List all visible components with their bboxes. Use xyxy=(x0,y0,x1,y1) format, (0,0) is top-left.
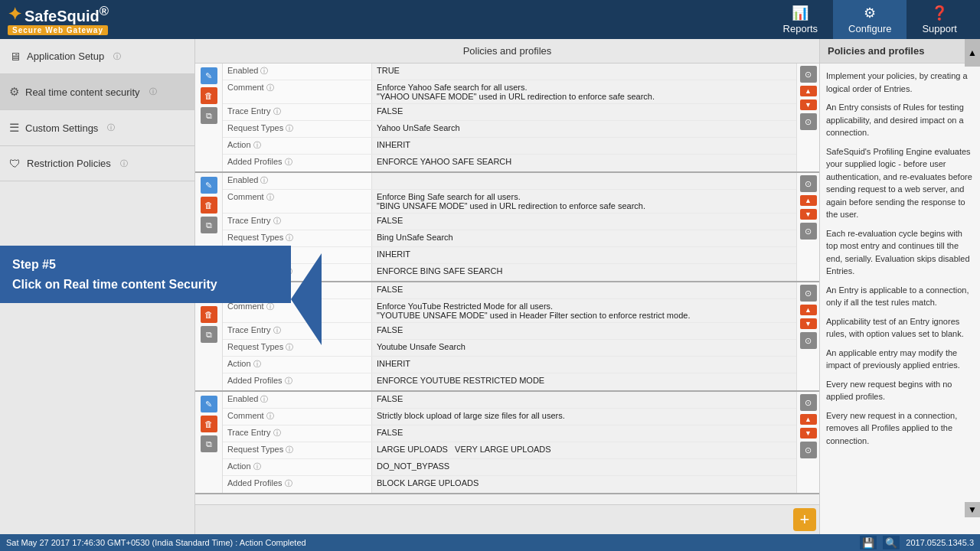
field-label: Action ⓘ xyxy=(223,459,372,475)
info-icon: ⓘ xyxy=(260,395,268,403)
field-value: Enforce YouTube Restricted Mode for all … xyxy=(372,299,796,322)
entry-3-settings-button[interactable]: ⊙ xyxy=(800,285,817,302)
status-right: 💾 🔍 2017.0525.1345.3 xyxy=(860,536,974,549)
application-setup-help-icon: ⓘ xyxy=(113,51,121,62)
policy-1-left-btns: ✎ 🗑 ⧉ xyxy=(195,64,223,171)
step-box: Step #5 Click on Real time content Secur… xyxy=(0,246,291,303)
help-para-2: An Entry consists of Rules for testing a… xyxy=(826,101,974,139)
field-value: INHERIT xyxy=(372,247,796,263)
step-number: Step #5 xyxy=(12,255,279,275)
entry-3-action-button[interactable]: ⊙ xyxy=(800,332,817,349)
logo-name: SafeSquid® xyxy=(24,4,109,25)
entry-1-action-button[interactable]: ⊙ xyxy=(800,113,817,130)
info-icon: ⓘ xyxy=(286,233,293,242)
entry-1-delete-button[interactable]: 🗑 xyxy=(201,87,217,104)
right-panel-content: Implement your policies, by creating a l… xyxy=(820,64,980,534)
main-container: 🖥 Application Setup ⓘ ⚙ Real time conten… xyxy=(0,39,980,534)
info-icon: ⓘ xyxy=(253,360,261,368)
nav-reports[interactable]: 📊 Reports xyxy=(768,0,834,41)
entry-2-scroll-down-button[interactable]: ▼ xyxy=(800,209,817,220)
field-label: Trace Entry ⓘ xyxy=(223,425,372,442)
sidebar-item-label: Restriction Policies xyxy=(27,158,111,169)
entry-1-scroll-down-button[interactable]: ▼ xyxy=(800,99,817,110)
help-para-4: Each re-evaluation cycle begins with top… xyxy=(826,227,974,278)
field-row: Enabled ⓘ TRUE xyxy=(223,64,796,80)
entry-4-delete-button[interactable]: 🗑 xyxy=(201,416,217,432)
entry-2-edit-button[interactable]: ✎ xyxy=(201,177,217,194)
entry-4-settings-button[interactable]: ⊙ xyxy=(800,394,817,411)
sidebar-item-restriction-policies[interactable]: 🛡 Restriction Policies ⓘ xyxy=(0,146,194,181)
right-panel-scroll-down[interactable]: ▼ xyxy=(965,502,980,517)
field-value: Enforce Bing Safe search for all users."… xyxy=(372,190,796,213)
field-row: Trace Entry ⓘ FALSE xyxy=(223,104,796,121)
entry-3-scroll-down-button[interactable]: ▼ xyxy=(800,318,817,329)
policy-entry-4: ✎ 🗑 ⧉ Enabled ⓘ FALSE Comment ⓘ Strictly… xyxy=(195,392,819,494)
field-label: Enabled ⓘ xyxy=(223,173,372,189)
help-para-6: Applicability test of an Entry ignores r… xyxy=(826,315,974,341)
field-row: Added Profiles ⓘ BLOCK LARGE UPLOADS xyxy=(223,476,796,493)
info-icon: ⓘ xyxy=(260,67,268,75)
application-setup-icon: 🖥 xyxy=(9,50,21,63)
nav-configure[interactable]: ⚙ Configure xyxy=(833,0,906,41)
entry-1-edit-button[interactable]: ✎ xyxy=(201,67,217,84)
version-text: 2017.0525.1345.3 xyxy=(906,538,974,547)
field-label: Trace Entry ⓘ xyxy=(223,214,372,230)
header-nav: 📊 Reports ⚙ Configure ❓ Support xyxy=(768,0,972,41)
policy-4-right-btns: ⊙ ▲ ▼ ⊙ xyxy=(796,392,819,493)
field-label: Added Profiles ⓘ xyxy=(223,476,372,493)
search-icon[interactable]: 🔍 xyxy=(883,536,900,549)
sidebar-item-real-time[interactable]: ⚙ Real time content security ⓘ xyxy=(0,74,194,110)
field-value: ENFORCE YAHOO SAFE SEARCH xyxy=(372,155,796,171)
help-para-1: Implement your policies, by creating a l… xyxy=(826,70,974,95)
entry-2-action-button[interactable]: ⊙ xyxy=(800,223,817,240)
sidebar-item-custom-settings[interactable]: ☰ Custom Settings ⓘ xyxy=(0,110,194,146)
policy-4-left-btns: ✎ 🗑 ⧉ xyxy=(195,392,223,493)
entry-2-delete-button[interactable]: 🗑 xyxy=(201,197,217,214)
entry-2-scroll-up-button[interactable]: ▲ xyxy=(800,195,817,206)
info-icon: ⓘ xyxy=(286,124,293,132)
sidebar-item-label: Custom Settings xyxy=(25,122,98,134)
support-icon: ❓ xyxy=(931,5,948,21)
help-para-9: Every new request in a connection, remov… xyxy=(826,409,974,448)
status-text: Sat May 27 2017 17:46:30 GMT+0530 (India… xyxy=(6,538,306,547)
nav-support[interactable]: ❓ Support xyxy=(906,0,972,41)
entry-2-copy-button[interactable]: ⧉ xyxy=(201,217,217,233)
policy-4-fields: Enabled ⓘ FALSE Comment ⓘ Strictly block… xyxy=(223,392,796,493)
sidebar-item-application-setup[interactable]: 🖥 Application Setup ⓘ xyxy=(0,39,194,74)
field-value: Enforce Yahoo Safe search for all users.… xyxy=(372,80,796,103)
save-icon[interactable]: 💾 xyxy=(860,536,877,549)
field-value: INHERIT xyxy=(372,138,796,154)
entry-4-action-button[interactable]: ⊙ xyxy=(800,442,817,458)
info-icon: ⓘ xyxy=(260,176,268,184)
field-value: BLOCK LARGE UPLOADS xyxy=(372,476,796,493)
entry-1-settings-button[interactable]: ⊙ xyxy=(800,66,817,83)
entry-1-copy-button[interactable]: ⧉ xyxy=(201,107,217,124)
nav-configure-label: Configure xyxy=(848,23,891,34)
entry-4-scroll-up-button[interactable]: ▲ xyxy=(800,414,817,425)
info-icon: ⓘ xyxy=(266,193,274,201)
nav-reports-label: Reports xyxy=(783,23,818,34)
field-value: INHERIT xyxy=(372,357,796,373)
right-panel-scroll-up[interactable]: ▲ xyxy=(965,39,980,67)
info-icon: ⓘ xyxy=(266,412,274,420)
entry-1-scroll-up-button[interactable]: ▲ xyxy=(800,86,817,96)
status-bar: Sat May 27 2017 17:46:30 GMT+0530 (India… xyxy=(0,534,980,551)
info-icon: ⓘ xyxy=(286,445,293,454)
help-para-5: An Entry is applicable to a connection, … xyxy=(826,284,974,309)
field-label: Request Types ⓘ xyxy=(223,230,372,246)
entry-2-settings-button[interactable]: ⊙ xyxy=(800,175,817,192)
entry-3-scroll-up-button[interactable]: ▲ xyxy=(800,305,817,315)
field-value: TRUE xyxy=(372,64,796,80)
info-icon: ⓘ xyxy=(285,377,292,385)
field-value: Strictly block upload of large size file… xyxy=(372,409,796,425)
entry-4-copy-button[interactable]: ⧉ xyxy=(201,435,217,452)
policy-1-fields: Enabled ⓘ TRUE Comment ⓘ Enforce Yahoo S… xyxy=(223,64,796,171)
content-title: Policies and profiles xyxy=(195,39,819,64)
add-policy-button[interactable]: + xyxy=(793,508,816,531)
help-para-8: Every new request begins with no applied… xyxy=(826,378,974,403)
entry-4-scroll-down-button[interactable]: ▼ xyxy=(800,428,817,439)
info-icon: ⓘ xyxy=(273,217,281,225)
entry-4-edit-button[interactable]: ✎ xyxy=(201,396,217,412)
field-value: FALSE xyxy=(372,323,796,339)
field-value xyxy=(372,173,796,189)
